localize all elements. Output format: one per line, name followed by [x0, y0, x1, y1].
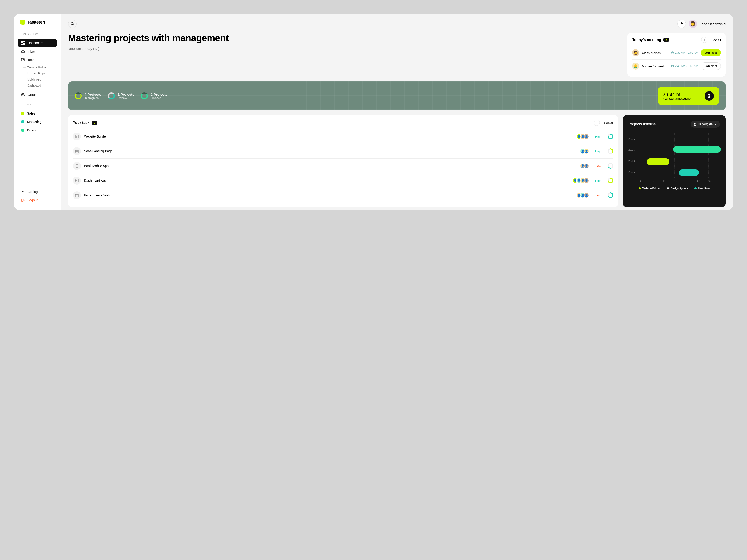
gantt-bar-website-builder[interactable] — [647, 158, 670, 165]
stat-label: Review — [118, 96, 134, 100]
main-content: 🧔 Jonas Khanwald Mastering projects with… — [61, 14, 733, 210]
app-name: Tasketeh — [27, 20, 45, 25]
sidebar-item-label: Setting — [28, 190, 38, 194]
progress-ring-icon — [108, 92, 115, 99]
tasks-see-all[interactable]: See all — [604, 121, 614, 125]
assignees: 👤 👤 — [580, 163, 589, 169]
time-value: 7h 34 m — [663, 92, 691, 97]
search-icon — [71, 22, 74, 25]
sidebar-item-inbox[interactable]: Inbox — [18, 47, 57, 56]
notifications-button[interactable] — [677, 20, 686, 28]
bell-icon — [680, 22, 683, 25]
svg-point-6 — [23, 94, 24, 95]
svg-rect-4 — [22, 58, 24, 61]
add-task-button[interactable] — [594, 120, 600, 126]
team-label: Sales — [27, 111, 35, 115]
stat-label: Finished — [151, 96, 168, 100]
progress-ring-icon — [608, 178, 614, 184]
stat-review: 1 Projects Review — [108, 92, 134, 100]
clock-icon — [671, 51, 674, 54]
assignees: 👤 👤 — [580, 149, 589, 154]
meeting-name: Ulrich Nielsen — [642, 51, 668, 55]
user-avatar[interactable]: 🧔 — [689, 20, 697, 28]
stat-value: 1 Projects — [118, 92, 134, 96]
stat-in-progress: 4 Projects In progress — [75, 92, 101, 100]
svg-rect-1 — [23, 41, 25, 43]
sidebar-item-setting[interactable]: Setting — [18, 188, 57, 196]
tasks-count-badge: 2 — [92, 121, 97, 125]
sidebar-item-task[interactable]: Task — [18, 56, 57, 64]
page-subtitle: Your task today (12) — [68, 47, 622, 51]
team-dot-icon — [21, 120, 24, 124]
dashboard-icon — [21, 41, 25, 45]
stat-value: 4 Projects — [84, 92, 101, 96]
add-meeting-button[interactable] — [701, 37, 707, 43]
svg-rect-0 — [21, 41, 23, 43]
layout-icon — [73, 133, 81, 140]
gantt-bar-design-system[interactable] — [673, 146, 721, 153]
meeting-row: 👨‍🦲 Michael Scofield 2.40 AM - 3.30 AM J… — [632, 59, 721, 73]
team-label: Design — [27, 128, 37, 132]
stat-finished: 2 Projects Finished — [141, 92, 168, 100]
task-row[interactable]: Website Builder 👤 👤 👤 High — [73, 129, 614, 144]
time-remaining-card: 7h 34 m Your task almost done — [658, 87, 719, 105]
stat-label: In progress — [84, 96, 101, 100]
task-row[interactable]: Bank Mobile App 👤 👤 Low — [73, 158, 614, 173]
topbar: 🧔 Jonas Khanwald — [68, 20, 725, 28]
meetings-title: Today's meeting — [632, 38, 661, 42]
meetings-card: Today's meeting 2 See all 🧔 Ulrich Niels… — [627, 33, 725, 77]
task-priority: Low — [592, 164, 604, 168]
app-logo[interactable]: Tasketeh — [18, 20, 57, 25]
join-meeting-button[interactable]: Join meet — [701, 62, 721, 70]
layout-icon — [73, 191, 81, 199]
sidebar-item-dashboard[interactable]: Dashboard — [18, 39, 57, 47]
section-teams-label: TEAMS — [18, 103, 57, 106]
stat-value: 2 Projects — [151, 92, 168, 96]
svg-point-5 — [22, 94, 23, 95]
progress-ring-icon — [141, 92, 148, 99]
svg-point-18 — [77, 167, 77, 167]
meetings-see-all[interactable]: See all — [712, 38, 721, 42]
sidebar-subitem-dashboard[interactable]: Dashboard — [23, 83, 57, 89]
progress-ring-icon — [608, 192, 614, 198]
task-icon — [21, 58, 25, 61]
sidebar-item-group[interactable]: Group — [18, 90, 57, 99]
gantt-bar-user-flow[interactable] — [679, 169, 699, 176]
team-marketing[interactable]: Marketing — [18, 117, 57, 126]
task-priority: Low — [592, 194, 604, 197]
layout-icon — [73, 147, 81, 155]
team-sales[interactable]: Sales — [18, 109, 57, 117]
plus-icon — [595, 121, 598, 124]
meeting-time: 1.30 AM - 2.00 AM — [671, 51, 698, 54]
team-design[interactable]: Design — [18, 126, 57, 134]
hourglass-icon — [704, 91, 714, 101]
sidebar-subitem-landing-page[interactable]: Landing Page — [23, 71, 57, 77]
legend-dot-icon — [694, 187, 697, 189]
clock-icon — [671, 64, 674, 68]
task-name: E-commerce Web — [84, 193, 573, 197]
group-icon — [21, 93, 25, 97]
sidebar-subitem-website-builder[interactable]: Website Builder — [23, 64, 57, 71]
team-dot-icon — [21, 129, 24, 132]
task-row[interactable]: Dashboard App 👤 👤 👤 👤 High — [73, 173, 614, 188]
legend-dot-icon — [667, 187, 669, 189]
timeline-title: Projects timeline — [628, 122, 656, 126]
gantt-chart: 28.06 28.06 28.06 28.06 0 10 — [628, 133, 720, 182]
progress-ring-icon — [608, 163, 614, 169]
timeline-card: Projects timeline Ongoing (8) 28.06 28.0… — [623, 115, 725, 207]
search-button[interactable] — [68, 20, 77, 28]
progress-ring-icon — [608, 148, 614, 154]
task-row[interactable]: E-commerce Web 👤 👤 👤 Low — [73, 188, 614, 203]
task-priority: High — [592, 135, 604, 138]
sidebar-subitem-mobile-app[interactable]: Mobile App — [23, 77, 57, 83]
tasks-title: Your task — [73, 121, 89, 125]
task-row[interactable]: Saas Landing Page 👤 👤 High — [73, 144, 614, 158]
meeting-time: 2.40 AM - 3.30 AM — [671, 64, 698, 68]
sidebar-item-logout[interactable]: Logout — [18, 196, 57, 205]
task-priority: High — [592, 150, 604, 153]
join-meeting-button[interactable]: Join meet — [701, 49, 721, 56]
meeting-avatar: 👨‍🦲 — [632, 62, 639, 70]
hourglass-icon — [694, 123, 696, 126]
chevron-down-icon — [715, 124, 717, 125]
timeline-filter[interactable]: Ongoing (8) — [691, 121, 720, 128]
